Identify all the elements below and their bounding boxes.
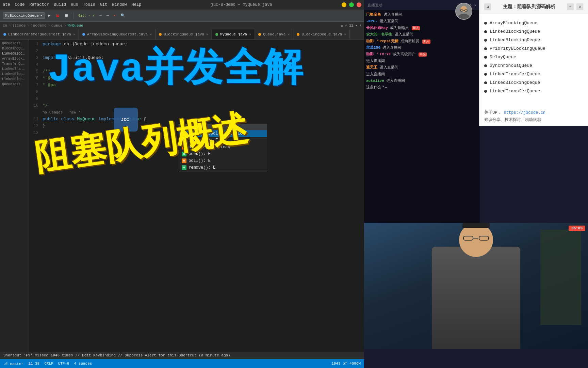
chevron-down-icon: ▾ [40, 13, 43, 18]
undo-button[interactable]: ↩ [98, 13, 103, 18]
queue-item-label: LinkedBlockingDeque [490, 80, 540, 85]
ac-item-peek[interactable]: m peek(): E [179, 151, 267, 157]
tabs-bar: LinkedTransferQueueTest.java ✕ ArrayBloc… [0, 29, 364, 40]
search-button[interactable]: 🔍 [119, 13, 127, 18]
stop-red-button[interactable]: ✕ [112, 13, 117, 18]
tab-array-blocking[interactable]: ArrayBlockingQueueTest.java ✕ [79, 29, 156, 39]
menu-window[interactable]: Window [112, 2, 127, 7]
ac-item-offer[interactable]: m offer(E): boolean [179, 144, 267, 151]
menu-code[interactable]: Code [15, 2, 25, 7]
chat-header-label: 直播互动 [368, 3, 382, 8]
sidebar-item-linkedblockingdeque[interactable]: LinkedBlockingDeque [0, 72, 29, 77]
tab-close-icon[interactable]: ✕ [206, 32, 208, 36]
tab-blocking-deque[interactable]: BlockingDeque.java ✕ [293, 29, 350, 39]
chat-msg-10: 进入直播间 [366, 72, 478, 77]
ac-item-element[interactable]: m element(): E [179, 137, 267, 144]
chat-msg-5: 独影 丶Pepsi无糖 成为新船员 新人 [366, 39, 478, 44]
divider [73, 12, 74, 19]
breadcrumb-jucdemo[interactable]: jucdemo [31, 24, 46, 28]
stream-info-card: ◀ 主题：阻塞队列源码解析 − ✕ ArrayBlockingQueue Lin… [479, 0, 588, 126]
queue-item-1: ArrayBlockingQueue [484, 19, 583, 27]
sidebar-item-linkedblockingqueuetest[interactable]: LinkedBlockingQueueTest [0, 51, 29, 56]
git-status: Git: ✓ ✗ [77, 13, 96, 18]
error-message: Shortcut 'F3' missed 1946 times // Edit … [0, 352, 364, 359]
menu-build[interactable]: Build [54, 2, 66, 7]
ide-container: ate Code Refactor Build Run Tools Git Wi… [0, 0, 364, 368]
ac-item-poll[interactable]: m poll(): E [179, 157, 267, 164]
sidebar-item-transferqueue[interactable]: TransferQueueTest [0, 61, 29, 66]
menu-git[interactable]: Git [100, 2, 108, 7]
chat-msg-4: 农大的一名学生 进入直播间 [366, 32, 478, 37]
redo-button[interactable]: ↪ [105, 13, 110, 18]
autocomplete-popup[interactable]: ⬡ Queue m add(E): boolean *Colle m eleme… [179, 124, 267, 171]
tab-close-icon[interactable]: ✕ [344, 32, 346, 36]
tab-close-icon[interactable]: ✕ [73, 32, 75, 36]
ac-item-remove[interactable]: m remove(): E [179, 164, 267, 171]
tab-myqueue[interactable]: MyQueue.java ✕ [212, 29, 255, 39]
menu-help[interactable]: Help [132, 2, 142, 7]
class-dropdown[interactable]: MyBlockingQueue ▾ [3, 12, 45, 19]
tab-close-icon[interactable]: ✕ [288, 32, 290, 36]
run-button[interactable]: ▶ [47, 13, 52, 18]
tab-close-icon[interactable]: ✕ [150, 32, 152, 36]
error-text: Shortcut 'F3' missed 1946 times // Edit … [3, 353, 230, 357]
menu-ate[interactable]: ate [3, 2, 10, 7]
nav-back-button[interactable]: ◀ [484, 3, 491, 10]
sidebar-item-linkedtransfer[interactable]: LinkedTransferQueueTest [0, 66, 29, 72]
menu-run[interactable]: Run [71, 2, 78, 7]
queue-item-label: LinkedTransferQueue [490, 89, 540, 94]
tab-close-icon[interactable]: ✕ [249, 32, 251, 36]
stream-card-controls[interactable]: − ✕ [567, 3, 583, 10]
queue-item-label: PriorityBlockingQueue [490, 46, 545, 51]
close-button[interactable] [357, 2, 361, 7]
sidebar-item-queuetest[interactable]: QueueTest [0, 41, 29, 46]
about-desc: 知识分享、技术探讨、唠嗑闲聊 [484, 117, 583, 123]
chat-msg-6: 丝瓜250 进入直播间 [366, 45, 478, 50]
code-editor[interactable]: 1 package cn.j3code.jucdemo.queue; 2 3 i… [29, 40, 364, 359]
tab-linked-transfer[interactable]: LinkedTransferQueueTest.java ✕ [0, 29, 79, 39]
tab-blocking-queue[interactable]: BlockingQueue.java ✕ [156, 29, 212, 39]
stop-button[interactable]: ⏹ [63, 13, 70, 18]
breadcrumb-queue[interactable]: queue [51, 24, 63, 28]
ac-type-icon: m [182, 145, 186, 150]
toolbar: MyBlockingQueue ▾ ▶ 🐞 ⏹ Git: ✓ ✗ ↩ ↪ ✕ 🔍 [0, 10, 364, 22]
breadcrumb-myqueue[interactable]: MyQueue [67, 24, 83, 28]
breadcrumb-cn[interactable]: cn [3, 24, 7, 28]
video-person: 36:69 [364, 223, 588, 349]
tab-dot [159, 33, 162, 36]
sidebar-item-arrayblocking[interactable]: ArrayBlockingQueueTest [0, 56, 29, 61]
card-close-button[interactable]: ✕ [576, 3, 583, 10]
left-glasses [463, 236, 473, 241]
card-minimize-button[interactable]: − [567, 3, 574, 10]
person-head [459, 223, 493, 257]
code-line-2: 2 [29, 48, 364, 55]
ac-item-label: offer(E): boolean [189, 145, 230, 150]
sidebar-item-linkedblockingqueue2[interactable]: LinkedBlockingQueueTest [0, 77, 29, 82]
status-bar: ⎇ master 11:38 CRLF UTF-8 4 spaces 1043 … [0, 359, 364, 368]
breadcrumb-j3code[interactable]: j3code [12, 24, 26, 28]
menu-tools[interactable]: Tools [83, 2, 95, 7]
about-link[interactable]: https://j3code.cn [504, 110, 545, 115]
chat-msg-8: 进入直播间 [366, 59, 478, 64]
maximize-button[interactable] [349, 2, 354, 7]
window-controls[interactable] [342, 2, 361, 7]
ac-type-icon: m [182, 165, 186, 170]
menu-bar[interactable]: ate Code Refactor Build Run Tools Git Wi… [3, 2, 141, 7]
minimize-button[interactable] [342, 2, 346, 7]
chat-close-icon[interactable]: ✕ [474, 3, 476, 7]
person-body [432, 247, 520, 349]
code-line-3: 3 import java.util.Queue; [29, 55, 364, 61]
code-line-4: 4 [29, 61, 364, 68]
queue-item-2: LinkedBlockingQueue [484, 27, 583, 36]
sidebar-item-blockingqueuetest[interactable]: BlockingQueueTest [0, 46, 29, 51]
tab-dot [215, 33, 218, 36]
stream-card-nav[interactable]: ◀ [484, 3, 491, 10]
tab-queue[interactable]: Queue.java ✕ [255, 29, 293, 39]
menu-refactor[interactable]: Refactor [29, 2, 49, 7]
ac-type-icon: m [182, 152, 186, 156]
queue-item-label: LinkedBlockingQueue [490, 29, 540, 34]
git-branch: ⎇ master [3, 362, 23, 366]
debug-button[interactable]: 🐞 [54, 13, 61, 18]
ac-item-add[interactable]: m add(E): boolean *Colle [179, 130, 267, 137]
sidebar-item-queuetest2[interactable]: QueueTest [0, 82, 29, 87]
